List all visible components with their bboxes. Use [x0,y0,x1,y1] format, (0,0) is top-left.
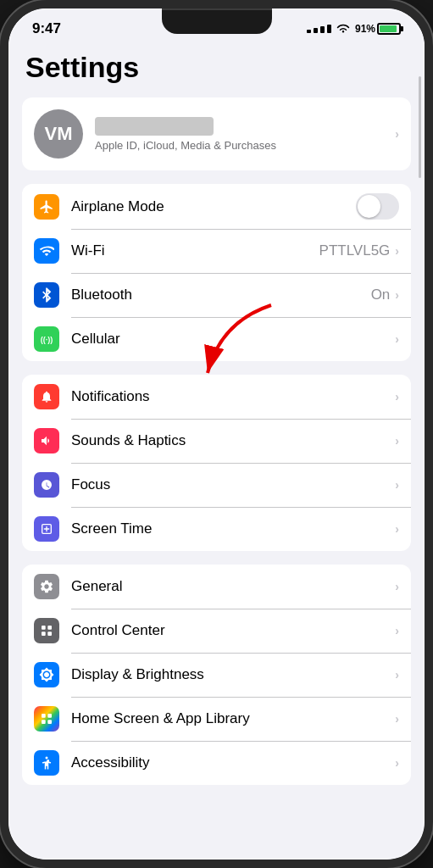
sounds-haptics-chevron: › [395,434,399,448]
sounds-haptics-label: Sounds & Haptics [71,432,395,449]
phone-frame: 9:47 91% [0,0,433,868]
svg-text:((·)): ((·)) [41,336,53,344]
notifications-icon [34,384,59,409]
svg-rect-3 [47,626,52,630]
general-row[interactable]: General › [22,565,411,609]
screen-time-row[interactable]: Screen Time › [22,507,411,551]
accessibility-icon [34,750,59,776]
battery-icon [377,23,401,35]
profile-section: VM Apple ID, iCloud, Media & Purchases › [22,97,411,170]
display-brightness-icon [34,662,59,687]
profile-name [95,117,214,136]
profile-chevron: › [395,127,399,141]
profile-info: Apple ID, iCloud, Media & Purchases [95,117,395,152]
page-title: Settings [22,44,411,97]
svg-rect-7 [47,714,52,718]
battery-fill [380,25,397,32]
control-center-row[interactable]: Control Center › [22,609,411,653]
focus-icon [34,472,59,498]
home-screen-chevron: › [395,712,399,726]
connectivity-section: Airplane Mode Wi-Fi PTTLVL5G › [22,184,411,361]
bluetooth-chevron: › [395,288,399,302]
svg-rect-8 [42,720,46,724]
focus-label: Focus [71,476,395,493]
svg-rect-6 [42,714,46,718]
general-icon [34,574,59,599]
airplane-mode-label: Airplane Mode [71,198,356,215]
sounds-haptics-row[interactable]: Sounds & Haptics › [22,419,411,463]
cellular-icon: ((·)) [34,326,59,352]
notifications-label: Notifications [71,388,395,405]
focus-row[interactable]: Focus › [22,463,411,507]
bluetooth-row[interactable]: Bluetooth On › [22,273,411,317]
screen: 9:47 91% [8,8,425,860]
cellular-chevron: › [395,332,399,346]
bluetooth-icon [34,282,59,308]
accessibility-label: Accessibility [71,754,395,771]
airplane-mode-row[interactable]: Airplane Mode [22,184,411,229]
signal-icon [307,25,331,33]
general-chevron: › [395,580,399,593]
control-center-chevron: › [395,624,399,637]
toggle-thumb [358,195,380,218]
svg-rect-2 [42,626,46,630]
profile-row[interactable]: VM Apple ID, iCloud, Media & Purchases › [22,97,411,170]
svg-rect-5 [47,632,52,636]
notifications-section: Notifications › Sounds & Haptics › [22,375,411,551]
focus-chevron: › [395,478,399,492]
control-center-label: Control Center [71,622,395,639]
display-brightness-row[interactable]: Display & Brightness › [22,653,411,697]
svg-rect-9 [47,720,52,724]
notifications-chevron: › [395,390,399,403]
wifi-value: PTTLVL5G [319,242,391,259]
cellular-row[interactable]: ((·)) Cellular › [22,317,411,361]
wifi-icon [336,24,350,34]
settings-scroll-area[interactable]: Settings VM Apple ID, iCloud, Media & Pu… [8,44,425,853]
status-icons: 91% [307,23,401,35]
avatar: VM [34,109,83,159]
screen-time-icon [34,516,59,542]
control-center-icon [34,618,59,643]
battery-indicator: 91% [355,23,401,35]
screen-time-label: Screen Time [71,520,395,537]
svg-rect-4 [42,632,46,636]
home-screen-row[interactable]: Home Screen & App Library › [22,697,411,741]
scrollbar-thumb[interactable] [419,76,421,178]
notifications-row[interactable]: Notifications › [22,375,411,419]
display-brightness-label: Display & Brightness [71,666,395,683]
home-screen-icon [34,706,59,732]
general-section: General › Control Center › [22,565,411,785]
accessibility-chevron: › [395,756,399,770]
home-screen-label: Home Screen & App Library [71,710,395,727]
general-label: General [71,578,395,595]
wifi-settings-icon [34,238,59,264]
wifi-row[interactable]: Wi-Fi PTTLVL5G › [22,229,411,273]
battery-percentage: 91% [355,23,375,35]
display-brightness-chevron: › [395,668,399,682]
cellular-label: Cellular [71,331,395,348]
notch [162,8,272,34]
wifi-label: Wi-Fi [71,242,319,259]
bluetooth-label: Bluetooth [71,287,371,303]
sounds-haptics-icon [34,428,59,453]
bluetooth-value: On [371,287,391,303]
airplane-mode-icon [34,194,59,220]
svg-point-10 [46,757,48,760]
airplane-mode-toggle[interactable] [356,193,399,220]
wifi-chevron: › [395,244,399,258]
status-time: 9:47 [32,20,61,37]
scrollbar-track [419,51,421,860]
profile-subtitle: Apple ID, iCloud, Media & Purchases [95,139,395,152]
screen-time-chevron: › [395,522,399,536]
accessibility-row[interactable]: Accessibility › [22,741,411,785]
